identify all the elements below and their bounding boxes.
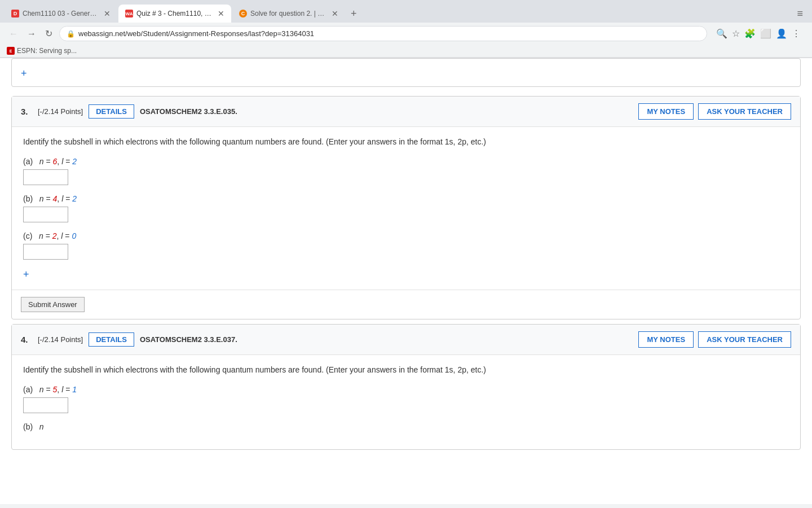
question-4-header: 4. [-/2.14 Points] DETAILS OSATOMSCHEM2 … — [12, 325, 800, 355]
question-3-submit-button[interactable]: Submit Answer — [21, 297, 85, 312]
sub-a-n-var: n — [39, 157, 44, 166]
sub-a-prefix: (a) — [23, 157, 33, 166]
question-3-sub-c-label: (c) n = 2, l = 0 — [23, 231, 789, 240]
question-3-right-buttons: MY NOTES ASK YOUR TEACHER — [638, 103, 791, 120]
bookmark-espn-label: ESPN: Serving sp... — [17, 47, 77, 55]
question-3-box: 3. [-/2.14 Points] DETAILS OSATOMSCHEM2 … — [11, 96, 801, 319]
more-options-icon[interactable]: ⋮ — [792, 28, 801, 39]
tab-close-wa[interactable]: ✕ — [218, 9, 224, 18]
question-3-sub-c-input[interactable] — [23, 244, 68, 260]
sub-b-l-val: 2 — [72, 194, 77, 203]
question-4-sub-a-input[interactable] — [23, 397, 68, 413]
question-4-points: [-/2.14 Points] — [38, 335, 83, 344]
question-4-number: 4. — [21, 335, 32, 344]
tab-title-d2l: Chem1110 03 - General Chem — [23, 10, 100, 17]
sub-c-n-eq: = — [43, 231, 52, 240]
bookmarks-bar: E ESPN: Serving sp... — [0, 45, 812, 58]
question-3-sub-c: (c) n = 2, l = 0 — [23, 231, 789, 260]
tab-d2l[interactable]: D Chem1110 03 - General Chem ✕ — [5, 5, 117, 23]
refresh-button[interactable]: ↻ — [43, 26, 55, 41]
question-3-body: Identify the subshell in which electrons… — [12, 127, 800, 290]
question-3-code: OSATOMSCHEM2 3.3.E.035. — [140, 107, 633, 116]
question-4-sub-a: (a) n = 5, l = 1 — [23, 385, 789, 413]
forward-button[interactable]: → — [25, 27, 38, 41]
tab-webassign[interactable]: WA Quiz # 3 - Chem1110, section ( ✕ — [118, 5, 231, 23]
question-4-instruction-text: Identify the subshell in which electrons… — [23, 365, 486, 374]
sub-c-l-eq: = — [63, 231, 72, 240]
question-4-body: Identify the subshell in which electrons… — [12, 355, 800, 449]
q4-sub-b-prefix: (b) — [23, 422, 33, 431]
question-3-sub-b: (b) n = 4, l = 2 — [23, 194, 789, 222]
tab-menu-icon[interactable]: ≡ — [792, 6, 807, 22]
sub-b-prefix: (b) — [23, 194, 33, 203]
split-view-icon[interactable]: ⬜ — [760, 28, 771, 39]
question-3-submit-row: Submit Answer — [12, 290, 800, 319]
question-3-details-button[interactable]: DETAILS — [89, 104, 134, 119]
url-bar[interactable]: 🔒 webassign.net/web/Student/Assignment-R… — [59, 26, 707, 41]
question-4-details-button[interactable]: DETAILS — [89, 332, 134, 347]
sub-b-comma: , — [57, 194, 61, 203]
question-3-my-notes-button[interactable]: MY NOTES — [638, 103, 694, 120]
sub-a-l-val: 2 — [72, 157, 77, 166]
tab-title-wa: Quiz # 3 - Chem1110, section ( — [136, 10, 214, 17]
q4-sub-a-l-val: 1 — [72, 385, 77, 394]
question-4-sub-a-label: (a) n = 5, l = 1 — [23, 385, 789, 394]
back-button[interactable]: ← — [7, 27, 20, 41]
sub-b-l-eq: = — [63, 194, 72, 203]
search-icon[interactable]: 🔍 — [716, 28, 727, 39]
q4-sub-a-n-var: n — [39, 385, 44, 394]
question-4-sub-b-label: (b) n — [23, 422, 789, 431]
sub-c-n-var: n — [39, 231, 43, 240]
tab-chegg[interactable]: C Solve for question 2. | Chegg.c ✕ — [232, 5, 345, 23]
favicon-d2l-icon: D — [11, 10, 19, 17]
q4-sub-b-n-var: n — [39, 422, 44, 431]
favicon-wa-icon: WA — [125, 10, 133, 17]
question-4-code: OSATOMSCHEM2 3.3.E.037. — [140, 335, 633, 344]
new-tab-button[interactable]: + — [346, 6, 361, 22]
bookmark-icon[interactable]: ☆ — [732, 28, 740, 39]
sub-c-n-val: 2 — [52, 231, 57, 240]
tab-bar: D Chem1110 03 - General Chem ✕ WA Quiz #… — [0, 0, 812, 23]
browser-chrome: D Chem1110 03 - General Chem ✕ WA Quiz #… — [0, 0, 812, 58]
question-3-points: [-/2.14 Points] — [38, 107, 83, 116]
question-3-sub-b-label: (b) n = 4, l = 2 — [23, 194, 789, 203]
question-4-box: 4. [-/2.14 Points] DETAILS OSATOMSCHEM2 … — [11, 324, 801, 450]
question-3-plus-link[interactable]: + — [23, 269, 789, 281]
question-3-sub-a: (a) n = 6, l = 2 — [23, 157, 789, 185]
question-4-sub-b: (b) n — [23, 422, 789, 431]
q4-sub-a-prefix: (a) — [23, 385, 33, 394]
extensions-icon[interactable]: 🧩 — [744, 28, 756, 39]
sub-c-l-val: 0 — [72, 231, 76, 240]
page-content: + 3. [-/2.14 Points] DETAILS OSATOMSCHEM… — [0, 58, 812, 504]
sub-a-comma: , — [57, 157, 61, 166]
tab-close-chegg[interactable]: ✕ — [332, 9, 338, 18]
partial-section: + — [11, 58, 801, 87]
question-3-sub-a-label: (a) n = 6, l = 2 — [23, 157, 789, 166]
question-3-ask-teacher-button[interactable]: ASK YOUR TEACHER — [698, 103, 791, 120]
profile-icon[interactable]: 👤 — [776, 28, 787, 39]
question-4-right-buttons: MY NOTES ASK YOUR TEACHER — [638, 331, 791, 348]
sub-a-l-eq: = — [63, 157, 72, 166]
sub-b-n-var: n — [39, 194, 44, 203]
question-3-sub-b-input[interactable] — [23, 207, 68, 222]
lock-icon: 🔒 — [67, 30, 75, 38]
question-4-ask-teacher-button[interactable]: ASK YOUR TEACHER — [698, 331, 791, 348]
sub-a-n-eq: = — [44, 157, 53, 166]
partial-plus-link[interactable]: + — [21, 68, 791, 80]
question-4-instruction: Identify the subshell in which electrons… — [23, 364, 789, 376]
favicon-chegg-icon: C — [239, 10, 247, 17]
question-4-my-notes-button[interactable]: MY NOTES — [638, 331, 694, 348]
question-3-header: 3. [-/2.14 Points] DETAILS OSATOMSCHEM2 … — [12, 97, 800, 127]
url-text: webassign.net/web/Student/Assignment-Res… — [78, 29, 700, 38]
sub-b-n-eq: = — [44, 194, 53, 203]
address-bar: ← → ↻ 🔒 webassign.net/web/Student/Assign… — [0, 23, 812, 45]
espn-favicon-icon: E — [7, 47, 15, 55]
question-3-instruction: Identify the subshell in which electrons… — [23, 136, 789, 148]
tab-title-chegg: Solve for question 2. | Chegg.c — [250, 10, 328, 17]
question-3-sub-a-input[interactable] — [23, 169, 68, 185]
tab-close-d2l[interactable]: ✕ — [104, 9, 111, 18]
bookmark-espn[interactable]: E ESPN: Serving sp... — [7, 47, 77, 55]
question-3-number: 3. — [21, 107, 32, 116]
question-3-instruction-text: Identify the subshell in which electrons… — [23, 137, 486, 146]
browser-toolbar-icons: 🔍 ☆ 🧩 ⬜ 👤 ⋮ — [712, 28, 805, 39]
